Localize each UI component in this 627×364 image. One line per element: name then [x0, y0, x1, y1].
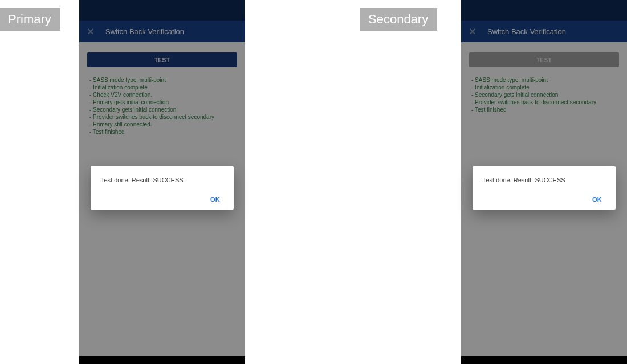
- dialog-text: Test done. Result=SUCCESS: [101, 177, 223, 183]
- result-dialog: Test done. Result=SUCCESS OK: [91, 166, 234, 210]
- dialog-actions: OK: [101, 194, 223, 205]
- dialog-actions: OK: [483, 194, 605, 205]
- phone-primary: Switch Back Verification TEST - SASS mod…: [79, 0, 245, 364]
- ok-button[interactable]: OK: [589, 194, 605, 205]
- phone-secondary: Switch Back Verification TEST - SASS mod…: [461, 0, 627, 364]
- secondary-label-tag: Secondary: [360, 8, 437, 31]
- primary-label-tag: Primary: [0, 8, 60, 31]
- ok-button[interactable]: OK: [207, 194, 223, 205]
- result-dialog: Test done. Result=SUCCESS OK: [473, 166, 616, 210]
- dialog-text: Test done. Result=SUCCESS: [483, 177, 605, 183]
